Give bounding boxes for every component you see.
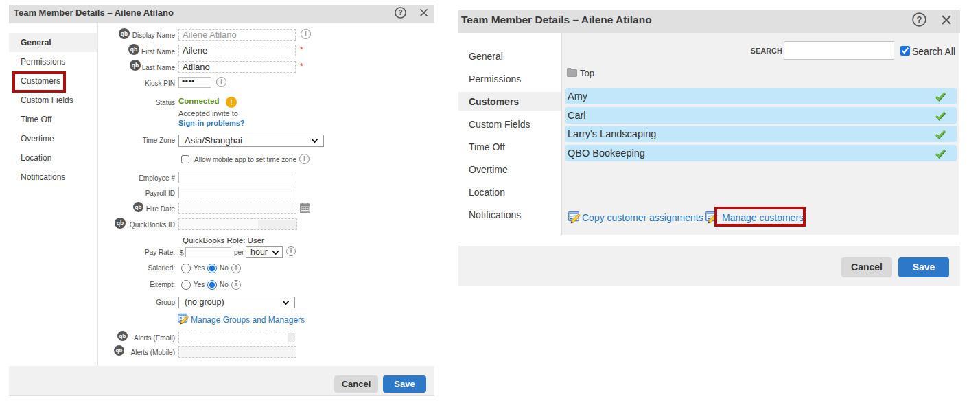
svg-text:?: ? (917, 14, 922, 25)
svg-text:?: ? (398, 8, 402, 16)
